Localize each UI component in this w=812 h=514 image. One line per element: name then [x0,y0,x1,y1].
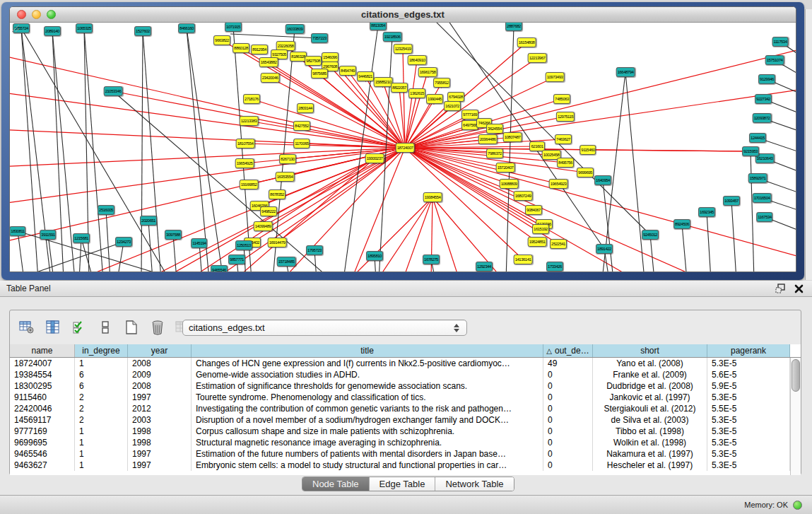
table-cell[interactable]: 19384554 [10,369,75,380]
table-cell[interactable]: 0 [543,437,593,448]
table-cell[interactable]: 5.9E-5 [707,380,790,392]
graph-node[interactable]: 8813054 [370,23,387,30]
select-columns-button[interactable] [71,319,88,336]
graph-node[interactable]: 10688809 [500,179,519,189]
graph-edge[interactable] [10,129,405,148]
graph-node[interactable]: 8924506 [673,219,690,229]
table-cell[interactable]: 22420046 [10,403,75,414]
table-row[interactable]: 977716911998Corpus callosum shape and si… [10,426,790,437]
graph-node[interactable]: 16961758 [418,67,437,77]
close-window-button[interactable] [17,10,26,19]
table-cell[interactable]: de Silva et al. (2003) [593,414,707,426]
graph-node[interactable]: 17016504 [753,193,772,203]
graph-node[interactable]: 8495756 [557,158,574,168]
table-mode-button[interactable] [97,319,114,336]
graph-node[interactable]: 12093872 [753,113,772,123]
graph-node[interactable]: 8912954 [251,45,268,54]
graph-edge[interactable] [751,151,754,272]
table-cell[interactable]: 0 [543,403,593,414]
graph-node[interactable]: 8267130 [279,154,296,164]
graph-edge[interactable] [187,28,209,272]
table-cell[interactable]: Franke et al. (2009) [593,369,707,380]
table-cell[interactable]: 5.3E-5 [707,437,790,448]
graph-node[interactable]: 14136141 [514,255,533,264]
table-cell[interactable]: 9777169 [10,426,75,437]
graph-node[interactable]: 23420046 [261,73,280,83]
graph-node[interactable]: 1678275 [423,255,440,264]
table-cell[interactable]: 5.3E-5 [707,358,790,369]
table-cell[interactable]: 9463627 [10,460,75,471]
graph-node[interactable]: 9129946 [758,74,775,84]
graph-node[interactable]: 9446821 [357,71,374,81]
graph-node[interactable]: 16807249 [514,191,533,201]
table-cell[interactable]: 5.6E-5 [707,369,790,380]
graph-node[interactable]: 1117534 [772,37,789,47]
graph-node[interactable]: 9227342 [755,94,772,104]
graph-node[interactable]: 12213383 [240,116,259,126]
graph-node[interactable]: 1733426 [546,262,563,271]
graph-node[interactable]: 19166852 [240,180,259,189]
graph-node[interactable]: 19218506 [383,32,402,42]
table-cell[interactable]: 0 [543,460,593,471]
graph-node[interactable]: 1250513 [235,240,252,250]
graph-node[interactable]: 16914479 [268,238,287,247]
graph-node[interactable]: 7357223 [311,33,328,43]
graph-node[interactable]: 2516005 [98,205,114,215]
graph-node[interactable]: 12325419 [394,44,413,54]
create-column-button[interactable] [123,319,140,336]
graph-node[interactable]: 12975115 [556,112,575,122]
table-cell[interactable]: 1 [75,426,128,437]
column-header-short[interactable]: short [593,344,707,357]
graph-node[interactable]: 1244415 [749,133,766,143]
table-cell[interactable]: 2003 [128,414,192,426]
graph-node[interactable]: 18640910 [408,55,427,65]
graph-node[interactable]: 15751074 [765,55,784,65]
table-cell[interactable]: Nakamura et al. (1997) [593,448,707,460]
table-cell[interactable]: 1 [75,358,128,369]
graph-node[interactable]: 7955812 [433,78,450,88]
table-cell[interactable]: 49 [543,358,593,369]
graph-edge[interactable] [148,221,153,272]
graph-node[interactable]: 19300237 [365,153,384,163]
graph-node[interactable]: 9663822 [213,35,230,45]
graph-edge[interactable] [405,60,417,148]
table-cell[interactable]: Structural magnetic resonance image aver… [192,437,543,448]
graph-node[interactable]: 1071915 [225,23,242,32]
table-cell[interactable]: 2012 [128,403,192,414]
table-cell[interactable]: 2009 [128,369,192,380]
table-row[interactable]: 1456911722003Disruption of a novel membe… [10,414,790,426]
table-cell[interactable]: 9115460 [10,392,75,403]
graph-node[interactable]: 15718485 [277,257,296,267]
graph-node[interactable]: 1990445 [426,94,443,104]
table-row[interactable]: 1872400712008Changes of HCN gene express… [10,358,790,369]
graph-node[interactable]: 2718176 [243,94,260,104]
zoom-window-button[interactable] [47,10,56,19]
graph-node[interactable]: 15885210 [374,77,393,87]
graph-edge[interactable] [625,72,645,272]
column-header-year[interactable]: year [128,344,192,357]
graph-node[interactable]: 19654923 [549,179,568,189]
graph-edge[interactable] [235,158,375,272]
table-row[interactable]: 1830029562008Estimation of significance … [10,380,790,392]
graph-node[interactable]: 9465546 [211,265,228,272]
graph-node[interactable]: 1795723 [306,245,323,255]
table-cell[interactable]: 1997 [128,392,192,403]
graph-node[interactable]: 9777169 [461,110,478,119]
graph-node[interactable]: 1215681 [73,233,90,243]
network-canvas[interactable]: 1872400796638228860128891295423226058932… [10,23,796,272]
graph-edge[interactable] [405,148,544,224]
tab-edge-table[interactable]: Edge Table [370,477,436,491]
graph-node[interactable]: 12213967 [528,53,547,63]
graph-node[interactable]: 9699695 [577,168,594,177]
resize-grip[interactable] [10,23,20,33]
graph-node[interactable]: 1234273 [115,237,132,247]
table-cell[interactable]: 6 [75,380,128,392]
table-cell[interactable]: 1997 [128,460,192,471]
graph-node[interactable]: 7485063 [553,94,570,104]
graph-node[interactable]: 16353554 [276,172,295,182]
table-cell[interactable]: 0 [543,426,593,437]
table-cell[interactable]: 0 [543,414,593,426]
graph-node[interactable]: 16154808 [517,37,536,47]
column-header-title[interactable]: title [192,344,543,357]
graph-node[interactable]: 2522541 [550,239,567,249]
